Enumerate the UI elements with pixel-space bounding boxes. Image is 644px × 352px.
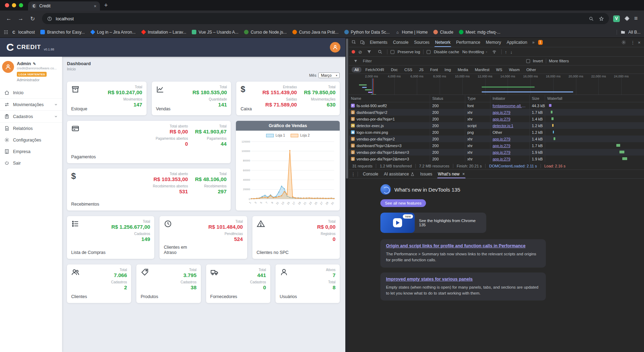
network-filter-input[interactable] xyxy=(362,58,523,63)
bookmark-item[interactable]: Curso de Node.js... xyxy=(242,29,289,36)
search-icon[interactable] xyxy=(376,49,384,55)
drawer-tab-issues[interactable]: Issues xyxy=(417,170,435,178)
preserve-log-checkbox[interactable] xyxy=(391,50,394,54)
header-avatar-button[interactable] xyxy=(330,42,340,53)
error-count-badge[interactable]: 1 xyxy=(538,40,543,45)
all-bookmarks-button[interactable]: All B... xyxy=(617,30,640,35)
extensions-puzzle-icon[interactable] xyxy=(624,16,630,22)
inspect-element-icon[interactable] xyxy=(350,39,358,46)
network-request-row[interactable]: {}dashboard?loja=2&mes=3200xhrapp.js:279… xyxy=(349,142,644,149)
request-filter-chip-fetch-xhr[interactable]: Fetch/XHR xyxy=(362,67,387,73)
window-minimize-button[interactable] xyxy=(12,3,16,7)
column-header-type[interactable]: Type xyxy=(465,95,490,102)
sidebar-item-relatorios[interactable]: Relatórios xyxy=(0,122,62,134)
devtools-tab-memory[interactable]: Memory xyxy=(483,38,504,47)
bookmark-item[interactable]: Python for Data Sc... xyxy=(342,29,392,36)
bookmark-item[interactable]: Curso Java na Prát... xyxy=(290,29,341,36)
edit-profile-icon[interactable]: ✎ xyxy=(32,62,36,66)
request-filter-chip-manifest[interactable]: Manifest xyxy=(472,67,492,73)
request-filter-chip-doc[interactable]: Doc xyxy=(388,67,401,73)
reload-icon[interactable]: ↻ xyxy=(27,13,38,24)
request-filter-chip-img[interactable]: Img xyxy=(442,67,454,73)
bookmark-item[interactable]: Meet: mdg-zfwq-... xyxy=(456,29,503,36)
network-request-row[interactable]: {}dashboard?loja=2200xhrapp.js:2791.7 kB xyxy=(349,109,644,116)
export-har-icon[interactable]: ↓ xyxy=(510,49,513,55)
forward-icon[interactable]: → xyxy=(15,13,26,24)
devtools-tab-network[interactable]: Network xyxy=(432,38,453,47)
request-filter-chip-js[interactable]: JS xyxy=(416,67,426,73)
bookmark-item[interactable]: Branches for Easy... xyxy=(38,29,87,36)
network-request-row[interactable]: {}vendas-por-dia?loja=2200xhrapp.js:2791… xyxy=(349,136,644,142)
devtools-tab-sources[interactable]: Sources xyxy=(411,38,432,47)
window-maximize-button[interactable] xyxy=(19,3,23,7)
devtools-tab-elements[interactable]: Elements xyxy=(367,38,390,47)
sidebar-item-sair[interactable]: Sair xyxy=(0,157,62,169)
bookmark-star-icon[interactable] xyxy=(599,16,604,21)
network-request-row[interactable]: {}vendas-por-dia?loja=1&mes=3200xhrapp.j… xyxy=(349,149,644,156)
initiator-link[interactable]: detector.js:1 xyxy=(493,124,513,128)
apps-grid-icon[interactable] xyxy=(4,30,8,35)
more-filters-button[interactable]: More filters xyxy=(549,59,569,63)
network-request-row[interactable]: {}vendas-por-dia?loja=1200xhrapp.js:2791… xyxy=(349,116,644,122)
sidebar-item-movimentacoes[interactable]: Movimentações xyxy=(0,98,62,110)
bookmark-item[interactable]: Claude xyxy=(431,29,456,36)
initiator-link[interactable]: app.js:279 xyxy=(493,117,510,121)
drawer-tab-ai-assistance[interactable]: AI assistance xyxy=(381,170,417,178)
devtools-tab-performance[interactable]: Performance xyxy=(453,38,483,47)
devtools-tab-console[interactable]: Console xyxy=(390,38,411,47)
network-conditions-icon[interactable] xyxy=(490,49,498,55)
back-icon[interactable]: ← xyxy=(4,13,14,24)
column-header-size[interactable]: Size xyxy=(530,95,545,102)
zoom-icon[interactable] xyxy=(589,16,594,21)
initiator-link[interactable]: fontawesome-all.css xyxy=(493,104,527,108)
devtools-more-options-icon[interactable]: ⋮ xyxy=(630,40,635,45)
tab-close-icon[interactable]: × xyxy=(94,4,96,9)
column-header-initiator[interactable]: Initiator xyxy=(490,95,530,102)
clear-network-log-icon[interactable]: ⊘ xyxy=(358,49,362,55)
import-har-icon[interactable]: ↑ xyxy=(505,49,507,55)
request-filter-chip-other[interactable]: Other xyxy=(523,67,539,73)
close-whats-new-icon[interactable]: × xyxy=(462,172,465,177)
request-filter-chip-font[interactable]: Font xyxy=(427,67,441,73)
bookmark-item[interactable]: Clocalhost xyxy=(9,29,37,36)
drawer-tab-console[interactable]: Console xyxy=(360,170,381,178)
initiator-link[interactable]: app.js:279 xyxy=(493,157,510,161)
throttling-select[interactable]: No throttling▾ xyxy=(462,50,487,54)
network-request-row[interactable]: JSdetector-exec.js200scriptdetector.js:1… xyxy=(349,122,644,129)
drawer-tab-what-s-new[interactable]: What's new× xyxy=(435,170,468,178)
feature-link[interactable]: Origin and script links for profile and … xyxy=(386,243,526,248)
initiator-link[interactable]: app.js:279 xyxy=(493,144,510,148)
highlights-card[interactable]: new See the highlights from Chrome 135 xyxy=(380,213,486,233)
address-bar[interactable]: localhost xyxy=(42,13,609,24)
new-tab-button[interactable]: + xyxy=(104,2,108,9)
invert-filter-checkbox[interactable] xyxy=(526,59,530,63)
vue-devtools-extension-icon[interactable]: V xyxy=(613,15,620,22)
bookmark-item[interactable]: Vue JS – Usando A... xyxy=(189,29,241,36)
scrollbar-thumb[interactable] xyxy=(346,39,348,179)
network-request-row[interactable]: {}vendas-por-dia?loja=2&mes=3200xhrapp.j… xyxy=(349,156,644,162)
bookmark-item[interactable]: Installation – Larav... xyxy=(139,29,189,36)
window-close-button[interactable] xyxy=(5,3,9,7)
network-request-row[interactable]: ▦logo-icon-mini.png200pngOther1.2 kB xyxy=(349,129,644,136)
settings-gear-icon[interactable] xyxy=(620,39,628,46)
sidebar-item-cadastros[interactable]: Cadastros xyxy=(0,110,62,122)
month-select[interactable]: Março▾ xyxy=(318,73,340,78)
filter-icon[interactable] xyxy=(365,49,373,55)
bookmark-item[interactable]: ⌂Home | Home xyxy=(393,29,430,36)
drawer-menu-icon[interactable]: ⋮ xyxy=(351,172,355,177)
initiator-link[interactable]: app.js:279 xyxy=(493,150,510,154)
request-filter-chip-all[interactable]: All xyxy=(352,67,361,73)
sidebar-item-empresa[interactable]: Empresa xyxy=(0,146,62,157)
request-filter-chip-css[interactable]: CSS xyxy=(402,67,415,73)
browser-menu-icon[interactable]: ≡ xyxy=(634,15,638,22)
browser-tab[interactable]: C Credit × xyxy=(28,1,100,11)
sidebar-item-inicio[interactable]: Início xyxy=(0,87,62,98)
close-devtools-icon[interactable]: × xyxy=(638,40,640,45)
column-header-waterfall[interactable]: Waterfall xyxy=(545,95,644,102)
sidebar-item-configuracoes[interactable]: Configurações xyxy=(0,134,62,146)
more-panels-button[interactable]: » xyxy=(531,40,536,45)
column-header-status[interactable]: Status xyxy=(430,95,465,102)
request-filter-chip-wasm[interactable]: Wasm xyxy=(506,67,523,73)
feature-link[interactable]: Improved empty states for various panels xyxy=(386,277,473,282)
column-header-name[interactable]: Name xyxy=(349,95,430,102)
